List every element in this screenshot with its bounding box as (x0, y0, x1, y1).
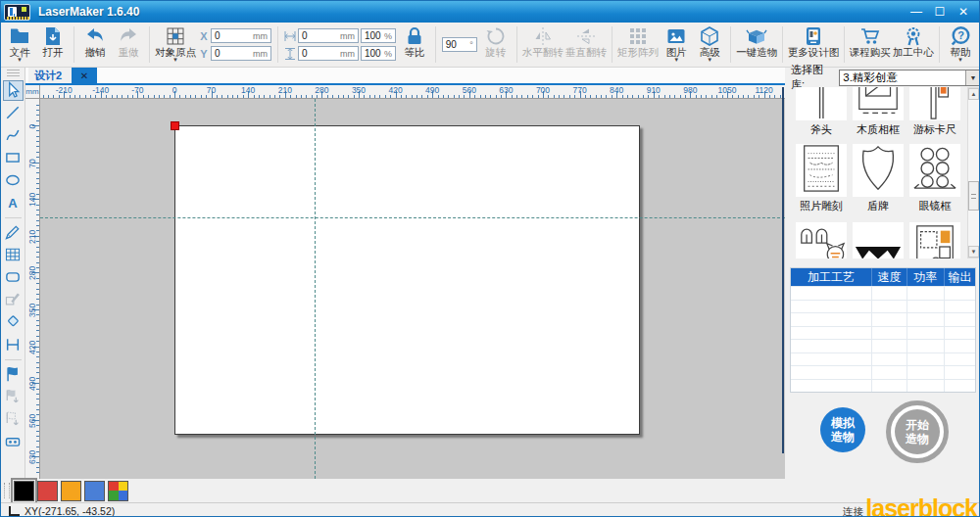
array-button[interactable]: 矩形阵列 (616, 24, 660, 66)
y-input[interactable]: 0mm (211, 46, 271, 61)
table-header-cell[interactable]: 加工工艺 (791, 268, 871, 286)
scroll-up-icon[interactable]: ▲ (968, 88, 979, 100)
table-row[interactable] (791, 379, 975, 393)
rotate-button[interactable]: 旋转 (479, 24, 513, 66)
table-row[interactable] (791, 312, 975, 326)
color-swatch[interactable] (37, 481, 58, 501)
eraser-icon (4, 313, 22, 333)
rect-tool[interactable] (3, 148, 24, 168)
gallery-item[interactable]: 木质相框 (853, 87, 904, 137)
x-input[interactable]: 0mm (211, 28, 271, 43)
toolbar-separator (435, 26, 436, 63)
gallery-item[interactable]: 照片雕刻 (796, 144, 847, 213)
table-row[interactable] (791, 365, 975, 379)
dropdown-arrow-icon[interactable]: ▼ (965, 70, 980, 85)
course-button[interactable]: 课程购买 (849, 24, 892, 66)
line-tool[interactable] (3, 103, 24, 123)
gallery-item-label: 游标卡尺 (909, 122, 960, 137)
table-header-cell[interactable]: 输出 (944, 268, 975, 286)
minimize-button[interactable]: — (908, 5, 924, 19)
measure-tool[interactable] (3, 432, 24, 452)
page-origin-handle[interactable] (171, 121, 179, 130)
ellipse-tool[interactable] (3, 170, 24, 191)
picture-button[interactable]: 图片▼ (660, 24, 693, 66)
h-percent-input[interactable]: 100% (361, 46, 396, 61)
scroll-down-icon[interactable]: ▼ (968, 246, 979, 258)
table-row[interactable] (791, 326, 975, 340)
spline-tool[interactable] (3, 125, 24, 146)
palette-bar-grip[interactable] (4, 483, 10, 498)
table-row[interactable] (791, 352, 975, 366)
onekey-button[interactable]: 一键造物 (735, 24, 778, 66)
gallery-item[interactable] (853, 222, 904, 258)
fliph-button[interactable]: 水平翻转 (521, 24, 564, 66)
start-button[interactable]: 开始 造物 (886, 400, 949, 463)
table-cell (791, 339, 871, 352)
table-row[interactable] (791, 339, 975, 352)
table-row[interactable] (791, 286, 975, 300)
angle-input[interactable]: 90° (442, 37, 477, 52)
ruler-label: 420 (27, 341, 37, 354)
lock-button[interactable]: 等比 (398, 24, 431, 66)
ruler-label: 630 (27, 450, 37, 464)
redo-button[interactable]: 重做 (112, 24, 145, 66)
file-button[interactable]: 文件▼ (3, 24, 36, 66)
rounded-rect-tool[interactable] (3, 267, 24, 288)
table-header-cell[interactable]: 速度 (871, 268, 906, 286)
pencil-tool[interactable] (3, 222, 24, 243)
grid-tool[interactable] (3, 245, 24, 265)
designs-button[interactable]: 更多设计图 (787, 24, 840, 66)
text-tool[interactable]: A (3, 193, 24, 213)
table-row[interactable] (791, 300, 975, 313)
gallery-scrollbar[interactable]: ▲ ▼ (967, 87, 980, 258)
table-header-cell[interactable]: 功率 (906, 268, 944, 286)
h-input[interactable]: 0mm (298, 46, 359, 61)
size-tool[interactable] (3, 335, 24, 355)
gallery-item[interactable]: 盾牌 (853, 144, 904, 213)
work-page[interactable] (174, 125, 640, 435)
select-tool[interactable] (3, 80, 24, 101)
process-table[interactable]: 加工工艺速度功率输出 (790, 267, 976, 393)
flag-down-2-tool[interactable] (3, 409, 24, 430)
undo-label: 撤销 (84, 47, 105, 58)
vertical-guide-line (315, 99, 316, 479)
scrollbar-thumb[interactable] (968, 181, 979, 211)
origin-button[interactable]: 对象原点▼ (154, 24, 197, 66)
w-percent-input[interactable]: 100% (361, 28, 396, 43)
table-cell (791, 326, 871, 340)
tab-close-icon[interactable]: ✕ (72, 68, 97, 83)
gallery-item[interactable] (796, 222, 847, 258)
library-dropdown[interactable]: 3.精彩创意 ▼ (839, 70, 980, 86)
flag-tool[interactable] (3, 364, 24, 385)
simulate-button[interactable]: 模拟 造物 (820, 407, 865, 452)
center-button[interactable]: 加工中心 (892, 24, 935, 66)
close-button[interactable]: ✕ (956, 5, 971, 19)
drawing-viewport[interactable] (40, 99, 785, 479)
title-bar[interactable]: LaserMaker 1.6.40 — ☐ ✕ (1, 1, 979, 23)
cursor-coordinates: XY(-271.65, -43.52) (24, 505, 115, 517)
table-cell (871, 326, 906, 340)
color-swatch[interactable] (61, 481, 81, 501)
eraser-tool[interactable] (3, 312, 24, 333)
multi-color-swatch[interactable] (108, 481, 128, 501)
tab-design2[interactable]: 设计2 ✕ (28, 68, 97, 83)
flag-down-1-tool[interactable] (3, 387, 24, 407)
box-icon (746, 24, 767, 47)
w-input[interactable]: 0mm (298, 28, 359, 43)
flipv-button[interactable]: 垂直翻转 (564, 24, 608, 66)
color-swatch[interactable] (84, 481, 105, 501)
node-edit-tool[interactable] (3, 290, 24, 310)
color-swatch[interactable] (14, 481, 34, 501)
gallery-item[interactable] (909, 222, 960, 258)
redo-icon (118, 24, 139, 47)
open-button[interactable]: 打开 (36, 24, 70, 66)
help-button[interactable]: ?帮助▼ (944, 24, 977, 66)
palette-grip[interactable] (7, 70, 20, 76)
undo-button[interactable]: 撤销 (78, 24, 112, 66)
gallery-item[interactable]: 游标卡尺 (909, 87, 960, 137)
gallery-item[interactable]: 眼镜框 (909, 144, 960, 213)
advanced-button[interactable]: 高级▼ (693, 24, 726, 66)
maximize-button[interactable]: ☐ (932, 5, 948, 19)
gallery-item[interactable]: 斧头 (796, 87, 847, 137)
table-cell (906, 352, 944, 366)
